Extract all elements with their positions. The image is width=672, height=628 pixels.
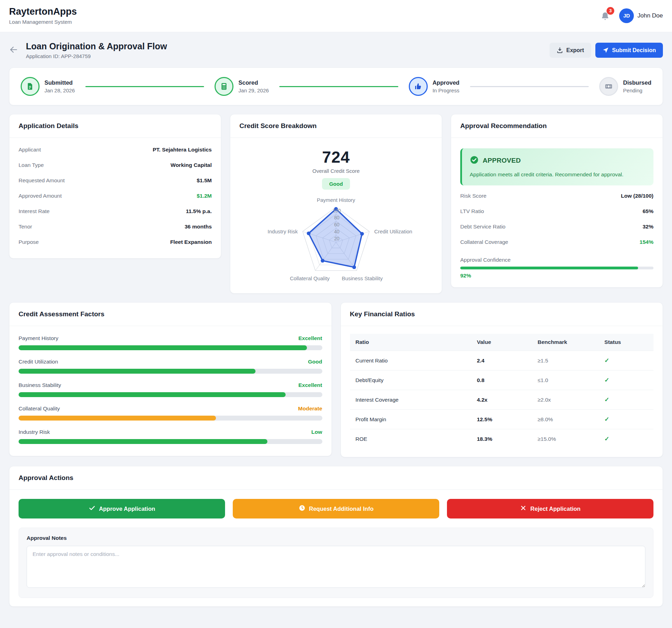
- notification-bell[interactable]: 3: [600, 10, 612, 22]
- step-sublabel: Jan 29, 2026: [238, 87, 269, 93]
- factor-progress-bar: [19, 439, 322, 444]
- credit-score-card: Credit Score Breakdown 724 Overall Credi…: [230, 114, 442, 294]
- detail-value: 65%: [643, 208, 653, 214]
- credit-score-value: 724: [239, 148, 433, 167]
- detail-label: Loan Type: [19, 162, 44, 168]
- factor-progress-fill: [19, 439, 267, 444]
- factor-progress-fill: [19, 345, 307, 350]
- step-connector: [85, 86, 204, 87]
- factor-label: Business Stability: [19, 382, 61, 388]
- detail-row: Debt Service Ratio32%: [460, 219, 653, 234]
- notification-badge: 3: [607, 7, 614, 15]
- detail-label: Risk Score: [460, 193, 486, 199]
- ratio-name: Interest Coverage: [350, 390, 471, 410]
- submit-decision-button[interactable]: Submit Decision: [595, 43, 663, 58]
- table-row: Interest Coverage4.2x≥2.0x✓: [350, 390, 654, 410]
- credit-score-label: Overall Credit Score: [239, 168, 433, 174]
- export-button[interactable]: Export: [550, 43, 591, 58]
- detail-label: Approved Amount: [19, 193, 62, 199]
- approval-message: Application meets all credit criteria. R…: [470, 170, 646, 178]
- submit-label: Submit Decision: [612, 47, 656, 54]
- user-menu[interactable]: JD John Doe: [619, 8, 663, 23]
- svg-text:Collateral Quality: Collateral Quality: [290, 275, 330, 281]
- table-row: ROE18.3%≥15.0%✓: [350, 429, 654, 449]
- step-disbursed: DisbursedPending: [599, 77, 651, 96]
- assessment-factor: Payment HistoryExcellent: [19, 330, 322, 354]
- assessment-factor: Business StabilityExcellent: [19, 377, 322, 401]
- app-header: RaytertonApps Loan Management System 3 J…: [0, 0, 672, 32]
- svg-text:Payment History: Payment History: [317, 197, 355, 203]
- detail-row: Tenor36 months: [19, 219, 212, 234]
- page-title: Loan Origination & Approval Flow: [26, 41, 167, 51]
- app-name: RaytertonApps: [9, 6, 77, 17]
- step-texts: SubmittedJan 28, 2026: [44, 79, 75, 93]
- request-additional-info-button[interactable]: Request Additional Info: [233, 499, 439, 518]
- ratio-benchmark: ≥8.0%: [532, 410, 599, 429]
- step-connector: [279, 86, 398, 87]
- detail-label: Purpose: [19, 239, 39, 245]
- credit-score-badge: Good: [322, 178, 350, 190]
- assessment-factor: Industry RiskLow: [19, 424, 322, 447]
- back-button[interactable]: [9, 45, 20, 56]
- approval-notes-input[interactable]: [27, 546, 645, 588]
- step-submitted: SubmittedJan 28, 2026: [21, 77, 75, 96]
- x-icon: [520, 504, 527, 513]
- step-texts: DisbursedPending: [623, 79, 651, 93]
- approved-banner: APPROVED Application meets all credit cr…: [460, 148, 653, 185]
- clock-icon: [299, 504, 306, 513]
- confidence-label: Approval Confidence: [460, 257, 653, 263]
- svg-text:100: 100: [333, 208, 341, 213]
- column-header: Value: [471, 334, 532, 351]
- confidence-value: 92%: [460, 273, 653, 279]
- detail-label: Interest Rate: [19, 208, 50, 214]
- factor-rating: Excellent: [298, 335, 322, 341]
- step-sublabel: Pending: [623, 87, 651, 93]
- financial-ratios-title: Key Financial Ratios: [341, 303, 663, 326]
- app-subtitle: Loan Management System: [9, 19, 77, 25]
- factor-progress-fill: [19, 416, 216, 421]
- avatar: JD: [619, 8, 634, 23]
- credit-score-title: Credit Score Breakdown: [230, 114, 442, 138]
- credit-score-radar-chart: 10080604020Payment HistoryCredit Utiliza…: [254, 195, 418, 285]
- detail-value: 36 months: [184, 224, 212, 230]
- check-icon: [89, 504, 96, 513]
- detail-row: Requested Amount$1.5M: [19, 173, 212, 188]
- svg-text:60: 60: [334, 222, 340, 227]
- detail-label: Applicant: [19, 147, 41, 153]
- step-sublabel: Jan 28, 2026: [44, 87, 75, 93]
- approval-actions-title: Approval Actions: [9, 466, 663, 490]
- factor-progress-bar: [19, 416, 322, 421]
- step-sublabel: In Progress: [433, 87, 460, 93]
- svg-text:Credit Utilization: Credit Utilization: [374, 228, 412, 234]
- column-header: Ratio: [350, 334, 471, 351]
- ratio-benchmark: ≥15.0%: [532, 429, 599, 449]
- factor-progress-fill: [19, 369, 255, 374]
- assessment-factor: Collateral QualityModerate: [19, 401, 322, 424]
- svg-text:Industry Risk: Industry Risk: [268, 228, 298, 234]
- step-approved: ApprovedIn Progress: [409, 77, 460, 96]
- factor-rating: Good: [308, 359, 322, 365]
- status-check-icon: ✓: [599, 410, 653, 429]
- document-icon: [21, 77, 40, 96]
- send-icon: [602, 47, 609, 54]
- user-name: John Doe: [637, 12, 663, 19]
- approve-application-button[interactable]: Approve Application: [19, 499, 225, 518]
- bell-icon: [600, 16, 610, 22]
- factor-progress-bar: [19, 392, 322, 397]
- step-label: Approved: [433, 79, 460, 86]
- ratio-name: Debt/Equity: [350, 371, 471, 390]
- step-texts: ScoredJan 29, 2026: [238, 79, 269, 93]
- detail-label: Requested Amount: [19, 177, 65, 184]
- factor-label: Credit Utilization: [19, 359, 58, 365]
- factor-progress-fill: [19, 392, 286, 397]
- ratio-name: Current Ratio: [350, 351, 471, 371]
- download-icon: [556, 47, 563, 54]
- calculator-icon: [215, 77, 233, 96]
- table-row: Current Ratio2.4≥1.5✓: [350, 351, 654, 371]
- reject-application-button[interactable]: Reject Application: [447, 499, 653, 518]
- ratio-benchmark: ≥2.0x: [532, 390, 599, 410]
- column-header: Benchmark: [532, 334, 599, 351]
- approve-label: Approve Application: [99, 506, 155, 512]
- app-brand: RaytertonApps Loan Management System: [9, 6, 77, 25]
- factor-head: Business StabilityExcellent: [19, 382, 322, 388]
